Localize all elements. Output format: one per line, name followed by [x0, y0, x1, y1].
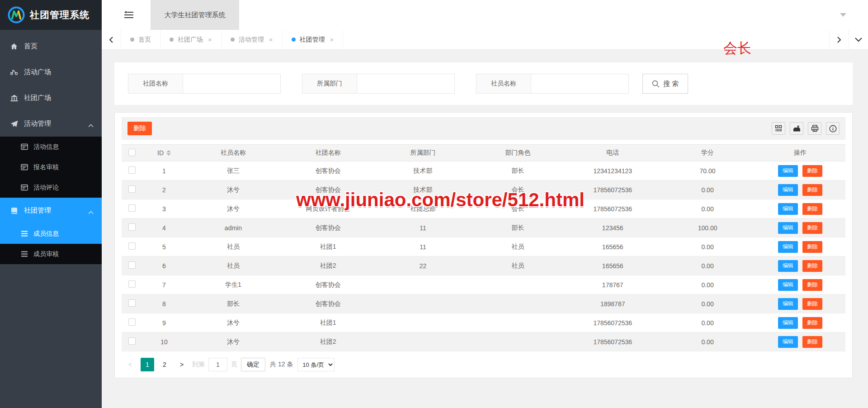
window-icon — [21, 184, 28, 191]
cell-dept — [376, 313, 471, 332]
tab-close-icon[interactable]: × — [330, 36, 334, 43]
export-button[interactable] — [790, 122, 803, 135]
cell-phone: 12341234123 — [565, 161, 660, 180]
row-select-cell — [122, 237, 142, 256]
delete-button[interactable]: 删除 — [802, 336, 822, 348]
sidebar-subitem-3-0[interactable]: 活动信息 — [0, 137, 102, 157]
jump-page-input[interactable] — [208, 358, 227, 371]
tabs-more-icon[interactable] — [849, 30, 868, 49]
next-page-button[interactable]: > — [175, 358, 189, 371]
delete-button[interactable]: 删除 — [802, 184, 822, 196]
cell-id: 9 — [142, 313, 186, 332]
cell-club: 创客协会 — [281, 275, 376, 294]
row-checkbox[interactable] — [128, 223, 136, 231]
search-field-group-0: 社团名称 — [128, 74, 281, 94]
edit-button[interactable]: 编辑 — [778, 279, 798, 291]
module-tab[interactable]: 大学生社团管理系统 — [151, 0, 239, 30]
table-card: 删除 ID社员名称社团名称所属部门部门角色电话学分操作 1张三创客协会技术部部长… — [114, 112, 853, 378]
delete-button[interactable]: 删除 — [802, 222, 822, 234]
search-field-input-1[interactable] — [357, 74, 455, 94]
cell-dept — [376, 275, 471, 294]
row-checkbox[interactable] — [128, 280, 136, 288]
row-select-cell — [122, 256, 142, 275]
delete-button[interactable]: 删除 — [802, 260, 822, 272]
cell-member: 部长 — [186, 294, 281, 313]
edit-button[interactable]: 编辑 — [778, 298, 798, 310]
column-header-2: 社团名称 — [281, 145, 376, 161]
info-button[interactable] — [826, 122, 840, 135]
chevron-up-icon — [88, 208, 94, 213]
print-button[interactable] — [808, 122, 821, 135]
edit-button[interactable]: 编辑 — [778, 165, 798, 177]
column-header-5: 电话 — [565, 145, 660, 161]
sidebar-subitem-4-0[interactable]: 成员信息 — [0, 223, 102, 244]
page-size-select[interactable]: 10 条/页 — [297, 358, 335, 371]
sidebar-submenu-4: 成员信息成员审核 — [0, 223, 102, 264]
edit-button[interactable]: 编辑 — [778, 336, 798, 348]
tabs-scroll-right-icon[interactable] — [829, 30, 849, 49]
delete-button[interactable]: 删除 — [802, 165, 822, 177]
sidebar-subitem-3-1[interactable]: 报名审核 — [0, 157, 102, 177]
sidebar-item-2[interactable]: 社团广场 — [0, 85, 102, 111]
tab-close-icon[interactable]: × — [269, 36, 273, 43]
role-badge: 会长 — [723, 39, 751, 58]
delete-button[interactable]: 删除 — [802, 317, 822, 329]
row-checkbox[interactable] — [128, 166, 136, 174]
grid-filter-button[interactable] — [772, 122, 785, 135]
sidebar-subitem-label: 成员审核 — [33, 250, 59, 258]
select-all-checkbox[interactable] — [128, 149, 136, 156]
batch-delete-button[interactable]: 删除 — [127, 122, 152, 135]
sidebar-item-3[interactable]: 活动管理 — [0, 111, 102, 137]
search-field-input-2[interactable] — [531, 74, 629, 94]
row-checkbox[interactable] — [128, 337, 136, 345]
table-row: 6社员社团222社员1656560.00编辑删除 — [122, 256, 845, 275]
cell-member: 社员 — [186, 256, 281, 275]
row-checkbox[interactable] — [128, 185, 136, 193]
search-button[interactable]: 搜 索 — [642, 74, 688, 94]
user-menu-caret-icon[interactable] — [840, 13, 846, 17]
edit-button[interactable]: 编辑 — [778, 260, 798, 272]
delete-button[interactable]: 删除 — [802, 298, 822, 310]
edit-button[interactable]: 编辑 — [778, 222, 798, 234]
cell-role — [470, 332, 565, 351]
sidebar-subitem-4-1[interactable]: 成员审核 — [0, 244, 102, 264]
sidebar-subitem-3-2[interactable]: 活动评论 — [0, 177, 102, 198]
delete-button[interactable]: 删除 — [802, 203, 822, 215]
cell-phone: 165656 — [565, 256, 660, 275]
page-button-1[interactable]: 1 — [141, 358, 154, 371]
tabs-scroll-left-icon[interactable] — [102, 30, 121, 49]
tab-label: 社团管理 — [300, 36, 325, 44]
sidebar-item-4[interactable]: 社团管理 — [0, 198, 102, 223]
tab-label: 首页 — [138, 36, 151, 44]
delete-button[interactable]: 删除 — [802, 279, 822, 291]
search-field-input-0[interactable] — [183, 74, 281, 94]
export-icon — [793, 125, 801, 132]
tab-1[interactable]: 社团广场× — [160, 30, 222, 49]
tab-0[interactable]: 首页 — [121, 30, 160, 49]
edit-button[interactable]: 编辑 — [778, 184, 798, 196]
jump-confirm-button[interactable]: 确定 — [241, 358, 265, 371]
edit-button[interactable]: 编辑 — [778, 203, 798, 215]
collapse-sidebar-icon[interactable] — [123, 9, 135, 21]
row-checkbox[interactable] — [128, 204, 136, 212]
row-checkbox[interactable] — [128, 261, 136, 269]
page-button-2[interactable]: 2 — [158, 358, 171, 371]
tab-close-icon[interactable]: × — [208, 36, 212, 43]
cell-dept: 11 — [376, 218, 471, 237]
sidebar-subitem-label: 报名审核 — [33, 163, 59, 171]
sidebar-item-1[interactable]: 活动广场 — [0, 59, 102, 85]
edit-button[interactable]: 编辑 — [778, 317, 798, 329]
row-checkbox[interactable] — [128, 318, 136, 326]
sort-icon[interactable] — [166, 150, 171, 156]
prev-page-button[interactable]: < — [123, 358, 137, 371]
row-checkbox[interactable] — [128, 299, 136, 307]
tab-status-dot-icon — [292, 38, 296, 42]
edit-button[interactable]: 编辑 — [778, 241, 798, 253]
cell-club: 社团1 — [281, 313, 376, 332]
tab-3[interactable]: 社团管理× — [283, 30, 344, 49]
tab-2[interactable]: 活动管理× — [222, 30, 283, 49]
sidebar-item-0[interactable]: 首页 — [0, 33, 102, 59]
row-checkbox[interactable] — [128, 242, 136, 250]
bank-icon — [10, 94, 18, 102]
delete-button[interactable]: 删除 — [802, 241, 822, 253]
